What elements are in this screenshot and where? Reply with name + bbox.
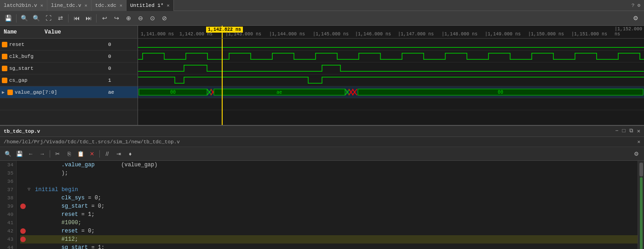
editor-search-button[interactable]: 🔍 [3, 149, 13, 159]
editor-titlebar: tb_tdc_top.v − □ ⧉ ✕ [0, 126, 644, 137]
tab-close-tdc-xdc[interactable]: ✕ [120, 3, 122, 8]
marker-ref-button[interactable]: ⊘ [159, 13, 170, 24]
tab-label-latch2bin: latch2bin.v [4, 3, 37, 8]
linenum-43: 43 [0, 235, 13, 243]
editor-delete-button[interactable]: ✕ [87, 149, 97, 159]
code-line-41[interactable]: #1000; [20, 219, 638, 227]
save-button[interactable]: 💾 [3, 13, 14, 24]
tick-1149: |1,149.000 ns [485, 32, 521, 37]
editor-scrollbar-right[interactable] [638, 161, 644, 249]
editor-back-button[interactable]: ← [26, 149, 36, 159]
code-text-34: .value_gap (value_gap) [35, 161, 157, 169]
editor-indent-button[interactable]: ⇥ [114, 149, 124, 159]
settings-icon[interactable]: ⚙ [637, 2, 640, 8]
toggle-marker-button[interactable]: ⊙ [147, 13, 158, 24]
signal-row-extra [0, 98, 138, 110]
toolbar-gear-button[interactable]: ⚙ [630, 13, 641, 24]
tab-latch2bin[interactable]: latch2bin.v ✕ [0, 0, 47, 11]
linenum-40: 40 [0, 210, 13, 219]
fold-arrow-37[interactable]: ▽ [28, 186, 33, 194]
zoom-in-button[interactable]: 🔍 [31, 13, 42, 24]
next-edge-button[interactable]: ↪ [111, 13, 122, 24]
timeline-header[interactable]: 1,142.822 ns 1,141.000 ns 1,142.000 ns |… [138, 26, 644, 38]
code-content[interactable]: .value_gap (value_gap) ); [17, 161, 638, 249]
timeline-cursor [222, 26, 223, 38]
editor-comment-button[interactable]: // [102, 149, 112, 159]
linenum-36: 36 [0, 177, 13, 186]
fold-41 [28, 219, 33, 227]
tab-close-line-tdc[interactable]: ✕ [85, 3, 87, 8]
signal-row-sgstart[interactable]: sg_start 0 [0, 62, 138, 74]
code-text-40: reset = 1; [35, 210, 95, 219]
scroll-thumb[interactable] [639, 163, 643, 176]
tab-close-untitled[interactable]: ✕ [167, 3, 170, 8]
svg-text:00: 00 [170, 90, 176, 95]
zoom-fit-button[interactable]: ⛶ [43, 13, 54, 24]
code-line-37[interactable]: ▽ initial begin [20, 186, 638, 194]
wave-row-clkbufg [138, 51, 644, 62]
linenum-39: 39 [0, 202, 13, 210]
wave-canvas[interactable]: 00 ae [138, 39, 644, 125]
tick-1150: |1,150.000 ns [528, 32, 564, 37]
editor-popout-button[interactable]: ⧉ [629, 128, 633, 135]
editor-gear-button[interactable]: ⚙ [631, 149, 641, 159]
signal-row-valuegap[interactable]: ▶ value_gap[7:0] ae [0, 86, 138, 98]
editor-toolbar: 🔍 💾 ← → ✂ ⎘ 📋 ✕ // ⇥ ♦ ⚙ [0, 147, 644, 161]
expand-arrow-valuegap[interactable]: ▶ [2, 90, 5, 95]
code-line-40[interactable]: reset = 1; [20, 210, 638, 219]
fold-39 [28, 202, 33, 210]
tab-line-tdc[interactable]: line_tdc.v ✕ [47, 0, 92, 11]
zoom-out-button[interactable]: 🔍 [19, 13, 30, 24]
editor-close-button[interactable]: ✕ [637, 128, 640, 135]
code-line-34[interactable]: .value_gap (value_gap) [20, 161, 638, 169]
editor-paste-button[interactable]: 📋 [75, 149, 86, 159]
add-marker-button[interactable]: ⊕ [123, 13, 134, 24]
code-line-36[interactable] [20, 177, 638, 186]
tab-untitled[interactable]: Untitled 1* ✕ [126, 0, 174, 11]
linenum-34: 34 [0, 161, 13, 169]
prev-edge-button[interactable]: ↩ [99, 13, 110, 24]
breakpoint-39[interactable] [20, 204, 26, 209]
code-line-44[interactable]: sg_start = 1; [20, 243, 638, 249]
editor-minimize-button[interactable]: − [615, 128, 618, 135]
code-line-43[interactable]: #112; [20, 235, 638, 243]
signal-row-csgap[interactable]: cs_gap 1 [0, 74, 138, 86]
linenum-42: 42 [0, 227, 13, 235]
col-name-header: Name [4, 29, 17, 35]
editor-bookmark-button[interactable]: ♦ [125, 149, 135, 159]
signal-row-reset[interactable]: reset 0 [0, 39, 138, 51]
signal-name-clkbufg: clk_bufg [9, 54, 106, 59]
tab-label-tdc-xdc: tdc.xdc [95, 3, 116, 8]
bp-41 [20, 220, 26, 226]
code-text-44: sg_start = 1; [35, 243, 104, 249]
code-line-42[interactable]: reset = 0; [20, 227, 638, 235]
col-value-header: Value [45, 29, 61, 35]
goto-end-button[interactable]: ⏭ [83, 13, 94, 24]
editor-save-button[interactable]: 💾 [14, 149, 24, 159]
code-line-35[interactable]: ); [20, 169, 638, 177]
bp-38 [20, 195, 26, 201]
bp-36 [20, 179, 26, 184]
breakpoint-42[interactable] [20, 228, 26, 234]
zoom-swap-button[interactable]: ⇄ [55, 13, 66, 24]
del-marker-button[interactable]: ⊖ [135, 13, 146, 24]
filepath-close-icon[interactable]: ✕ [637, 139, 640, 145]
help-icon[interactable]: ? [632, 3, 635, 8]
code-area[interactable]: 34 35 36 37 38 39 40 41 42 43 44 45 46 4… [0, 161, 638, 249]
code-line-39[interactable]: sg_start = 0; [20, 202, 638, 210]
tab-tdc-xdc[interactable]: tdc.xdc ✕ [92, 0, 126, 11]
fold-40 [28, 210, 33, 219]
tick-1144: |1,144.000 ns [269, 32, 305, 37]
signal-icon-valuegap [7, 90, 13, 95]
signal-row-clkbufg[interactable]: clk_bufg 0 [0, 51, 138, 62]
toolbar-sep-1 [16, 14, 17, 23]
editor-forward-button[interactable]: → [37, 149, 47, 159]
bp-35 [20, 170, 26, 176]
editor-expand-button[interactable]: □ [622, 128, 626, 135]
goto-start-button[interactable]: ⏮ [71, 13, 82, 24]
tab-close-latch2bin[interactable]: ✕ [40, 3, 43, 8]
code-line-38[interactable]: clk_sys = 0; [20, 194, 638, 202]
editor-cut-button[interactable]: ✂ [52, 149, 63, 159]
breakpoint-43[interactable] [20, 237, 26, 242]
editor-copy-button[interactable]: ⎘ [64, 149, 74, 159]
